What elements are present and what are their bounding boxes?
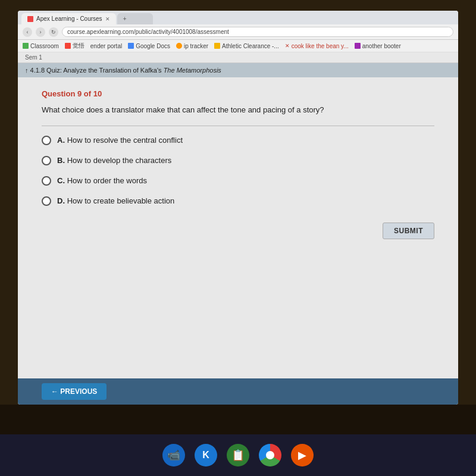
option-a-text: A. How to resolve the central conflict <box>57 136 183 145</box>
quiz-title-italic: The Metamorphosis <box>164 67 221 74</box>
address-input[interactable]: course.apexlearning.com/public/activity/… <box>62 27 453 37</box>
k-icon-symbol: K <box>202 450 209 461</box>
bookmark-ip-label: ip tracker <box>184 43 208 49</box>
address-bar-row: ‹ › ↻ course.apexlearning.com/public/act… <box>18 24 458 40</box>
taskbar: 📹 K 📋 ▶ <box>0 434 476 476</box>
bookmark-classroom[interactable]: Classroom <box>23 43 59 49</box>
desk <box>0 405 476 434</box>
submit-button[interactable]: SUBMIT <box>383 223 434 239</box>
back-button[interactable]: ‹ <box>23 27 32 37</box>
bookmarks-bar: Classroom 觉悟 ender portal Google Docs ip… <box>18 40 458 52</box>
bookmark-booter-label: another booter <box>362 43 401 49</box>
bookmark-cook-label: cook like the bean y... <box>292 43 349 49</box>
play-icon-symbol: ▶ <box>298 449 306 462</box>
video-icon-symbol: 📹 <box>167 449 180 462</box>
bookmark-docs[interactable]: Google Docs <box>128 43 170 49</box>
previous-button[interactable]: ← PREVIOUS <box>42 383 107 400</box>
close-tab-icon[interactable]: ✕ <box>105 16 110 22</box>
bookmark-docs-icon <box>128 43 134 49</box>
option-b[interactable]: B. How to develop the characters <box>42 156 434 165</box>
tab-favicon <box>27 16 33 22</box>
question-label: Question 9 of 10 <box>42 89 434 98</box>
option-d-text: D. How to create believable action <box>57 196 174 205</box>
bookmark-booter-icon <box>355 43 361 49</box>
bookmark-clearance[interactable]: Athletic Clearance -... <box>214 43 279 49</box>
taskbar-chrome-icon[interactable] <box>259 444 281 466</box>
forward-button[interactable]: › <box>36 27 45 37</box>
new-tab[interactable]: + <box>117 13 153 24</box>
reload-button[interactable]: ↻ <box>49 27 58 37</box>
quiz-prefix: 4.1.8 Quiz: Analyze the Translation of K… <box>30 67 164 74</box>
tab-bar: Apex Learning - Courses ✕ + <box>18 11 458 24</box>
option-c-text: C. How to order the words <box>57 176 147 185</box>
browser-window: Apex Learning - Courses ✕ + ‹ › ↻ course… <box>18 11 458 405</box>
bookmark-ip-icon <box>176 43 182 49</box>
option-d[interactable]: D. How to create believable action <box>42 196 434 206</box>
bookmark-ender[interactable]: ender portal <box>90 43 122 49</box>
main-content: Question 9 of 10 What choice does a tran… <box>18 77 458 378</box>
radio-d[interactable] <box>42 196 51 206</box>
bookmark-clearance-icon <box>214 43 220 49</box>
submit-area: SUBMIT <box>42 217 434 245</box>
subnav-text: Sem 1 <box>25 54 42 61</box>
option-c[interactable]: C. How to order the words <box>42 176 434 186</box>
bookmark-cook-close: ✕ <box>285 43 290 49</box>
taskbar-clipboard-icon[interactable]: 📋 <box>227 444 249 466</box>
bookmark-jue-label: 觉悟 <box>73 42 84 50</box>
new-tab-label: + <box>123 15 127 22</box>
question-divider <box>42 126 434 126</box>
radio-b[interactable] <box>42 156 51 165</box>
taskbar-k-icon[interactable]: K <box>195 444 217 466</box>
tab-label: Apex Learning - Courses <box>36 15 102 22</box>
question-text: What choice does a translator make that … <box>42 104 434 116</box>
radio-a[interactable] <box>42 136 51 145</box>
radio-c[interactable] <box>42 176 51 186</box>
bookmark-jue-icon <box>65 43 71 49</box>
bottom-nav: ← PREVIOUS <box>18 378 458 405</box>
bookmark-cook[interactable]: ✕ cook like the bean y... <box>285 43 349 49</box>
taskbar-play-icon[interactable]: ▶ <box>291 444 314 466</box>
bookmark-booter[interactable]: another booter <box>355 43 401 49</box>
bookmark-classroom-icon <box>23 43 29 49</box>
bookmark-clearance-label: Athletic Clearance -... <box>222 43 279 49</box>
quiz-header: ↑ 4.1.8 Quiz: Analyze the Translation of… <box>18 63 458 77</box>
active-tab[interactable]: Apex Learning - Courses ✕ <box>21 13 116 24</box>
bookmark-docs-label: Google Docs <box>136 43 170 49</box>
subnav: Sem 1 <box>18 52 458 63</box>
option-b-text: B. How to develop the characters <box>57 156 171 165</box>
bookmark-jue[interactable]: 觉悟 <box>65 42 84 50</box>
clipboard-icon-symbol: 📋 <box>231 449 245 462</box>
bookmark-classroom-label: Classroom <box>30 43 59 49</box>
option-a[interactable]: A. How to resolve the central conflict <box>42 136 434 145</box>
quiz-breadcrumb-icon: ↑ <box>25 67 29 74</box>
bookmark-ip[interactable]: ip tracker <box>176 43 208 49</box>
taskbar-video-icon[interactable]: 📹 <box>162 444 185 466</box>
bookmark-ender-label: ender portal <box>90 43 122 49</box>
